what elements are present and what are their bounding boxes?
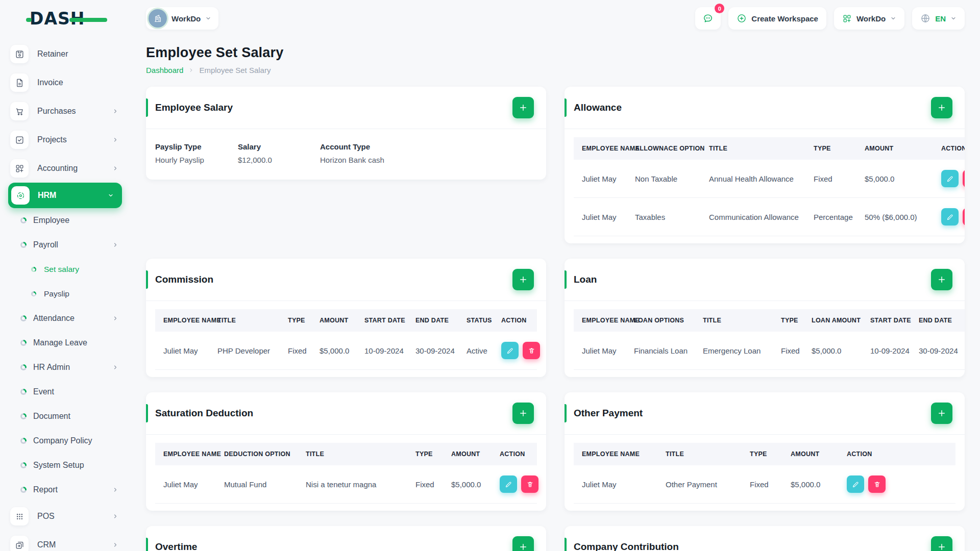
sidebar-item-document[interactable]: Document (0, 404, 131, 429)
sidebar-item-label: CRM (37, 540, 56, 549)
bullet-icon (20, 364, 27, 370)
workdo-menu-button[interactable]: WorkDo (834, 7, 904, 30)
top-bar: DASH WorkDo 0 Create Workspace WorkDo (0, 0, 980, 37)
column-header: START DATE (359, 309, 410, 332)
plus-icon (519, 542, 528, 551)
column-header: TYPE (283, 309, 314, 332)
add-allowance-button[interactable] (931, 97, 952, 118)
sidebar-item-event[interactable]: Event (0, 380, 131, 404)
language-selector[interactable]: EN (912, 7, 965, 30)
cell-type: Fixed (410, 465, 446, 504)
breadcrumb-dashboard-link[interactable]: Dashboard (146, 66, 183, 74)
sidebar-item-label: Employee (33, 216, 69, 225)
sidebar-item-hrm[interactable]: HRM (8, 183, 122, 208)
table-header-row: EMPLOYEE NAME TITLE TYPE AMOUNT ACTION (574, 443, 955, 465)
sidebar-item-purchases[interactable]: Purchases (0, 97, 131, 126)
delete-button[interactable] (963, 170, 965, 187)
edit-button[interactable] (941, 170, 959, 187)
sidebar-item-manage-leave[interactable]: Manage Leave (0, 331, 131, 355)
sidebar-item-report[interactable]: Report (0, 478, 131, 502)
row-actions (847, 475, 950, 493)
accounting-grid-icon (10, 159, 29, 178)
delete-button[interactable] (868, 475, 886, 493)
workspace-switcher[interactable]: WorkDo (146, 7, 218, 30)
sidebar-item-projects[interactable]: Projects (0, 126, 131, 154)
sidebar-item-label: System Setup (33, 461, 84, 470)
sidebar-item-label: Event (33, 387, 54, 396)
create-workspace-button[interactable]: Create Workspace (728, 7, 826, 30)
add-company-contribution-button[interactable] (931, 536, 952, 551)
projects-check-icon (10, 131, 29, 149)
column-header: TYPE (410, 443, 446, 465)
sidebar-item-retainer[interactable]: Retainer (0, 40, 131, 68)
breadcrumb-current: Employee Set Salary (199, 66, 271, 74)
delete-button[interactable] (521, 475, 538, 493)
retainer-save-icon (10, 45, 29, 63)
edit-button[interactable] (941, 208, 959, 226)
info-label: Payslip Type (155, 142, 238, 151)
add-other-payment-button[interactable] (931, 403, 952, 424)
messages-button[interactable]: 0 (695, 7, 721, 30)
saturation-deduction-table: EMPLOYEE NAME DEDUCTION OPTION TITLE TYP… (155, 443, 537, 504)
sidebar-item-payroll[interactable]: Payroll (0, 233, 131, 257)
edit-button[interactable] (501, 342, 519, 359)
delete-button[interactable] (963, 208, 965, 226)
employee-salary-info: Payslip Type Hourly Payslip Salary $12,0… (146, 129, 546, 180)
sidebar-item-accounting[interactable]: Accounting (0, 154, 131, 183)
workspace-avatar (149, 9, 167, 28)
plus-icon (519, 409, 528, 418)
sidebar-item-label: Report (33, 485, 58, 494)
sidebar-item-attendance[interactable]: Attendance (0, 306, 131, 331)
add-employee-salary-button[interactable] (512, 97, 534, 118)
dash-logo[interactable]: DASH (30, 9, 85, 29)
cell-title: Other Payment (660, 465, 745, 504)
cell-start-date: 10-09-2024 (865, 332, 914, 370)
column-header: ACTION (842, 443, 955, 465)
add-overtime-button[interactable] (512, 536, 534, 551)
card-header: Company Contribution (565, 526, 965, 551)
column-header: EMPLOYEE NAME (155, 309, 212, 332)
allowance-table: EMPLOYEE NAME ALLOWNACE OPTION TITLE TYP… (574, 137, 965, 236)
cell-amount: $5,000.0 (446, 465, 495, 504)
sidebar-item-invoice[interactable]: Invoice (0, 68, 131, 97)
cell-status: Active (461, 332, 496, 370)
cell-option: Financials Loan (629, 332, 698, 370)
edit-button[interactable] (847, 475, 864, 493)
column-header: TITLE (660, 443, 745, 465)
pencil-icon (506, 347, 514, 355)
column-header: TITLE (301, 443, 410, 465)
overtime-card: Overtime (146, 526, 546, 551)
pencil-icon (946, 175, 954, 183)
sidebar-item-hr-admin[interactable]: HR Admin (0, 355, 131, 380)
add-loan-button[interactable] (931, 269, 952, 290)
card-accent-bar (146, 98, 148, 117)
column-header: ACTION (936, 137, 965, 160)
cell-title: Annual Health Allowance (704, 160, 808, 198)
chevron-down-icon (108, 192, 114, 198)
sidebar-item-set-salary[interactable]: Set salary (0, 257, 131, 282)
hrm-hub-icon (11, 186, 30, 205)
sidebar-item-crm[interactable]: CRM (0, 531, 131, 551)
card-title: Allowance (574, 102, 622, 113)
sidebar-item-label: Company Policy (33, 436, 92, 445)
info-column: Payslip Type Hourly Payslip (155, 142, 238, 164)
card-accent-bar (146, 538, 148, 551)
sidebar-item-payslip[interactable]: Payslip (0, 282, 131, 306)
delete-button[interactable] (523, 342, 540, 359)
sidebar-item-company-policy[interactable]: Company Policy (0, 429, 131, 453)
edit-button[interactable] (500, 475, 517, 493)
sidebar-item-employee[interactable]: Employee (0, 208, 131, 233)
sidebar-item-label: POS (37, 512, 55, 521)
sidebar-item-system-setup[interactable]: System Setup (0, 453, 131, 478)
sidebar-item-pos[interactable]: POS (0, 502, 131, 531)
add-commission-button[interactable] (512, 269, 534, 290)
chevron-right-icon (112, 487, 118, 493)
top-right-controls: 0 Create Workspace WorkDo EN (695, 7, 980, 30)
saturation-deduction-table-wrap: EMPLOYEE NAME DEDUCTION OPTION TITLE TYP… (146, 435, 546, 511)
cell-start-date: 10-09-2024 (359, 332, 410, 370)
building-icon (153, 13, 163, 23)
chevron-down-icon (205, 15, 211, 21)
plus-icon (937, 275, 946, 284)
cell-employee: Juliet May (574, 160, 630, 198)
add-saturation-deduction-button[interactable] (512, 403, 534, 424)
